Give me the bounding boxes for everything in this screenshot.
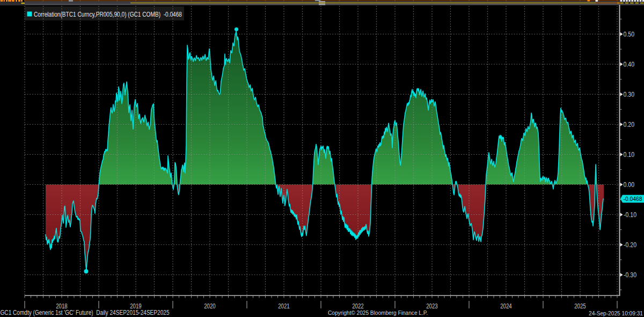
svg-text:2025: 2025 [574,302,586,310]
svg-text:2020: 2020 [204,302,216,310]
svg-text:2021: 2021 [278,302,290,310]
svg-text:2022: 2022 [352,302,364,310]
svg-text:0.10: 0.10 [624,151,635,158]
svg-text:Copyright© 2025 Bloomberg Fina: Copyright© 2025 Bloomberg Finance L.P. [328,310,428,316]
svg-text:24-Sep-2025 10:09:31: 24-Sep-2025 10:09:31 [589,309,643,317]
svg-text:2023: 2023 [426,302,438,310]
svg-text:0.20: 0.20 [624,121,635,128]
svg-text:0.50: 0.50 [624,31,635,38]
svg-text:GC1 Comdty (Generic 1st 'GC' F: GC1 Comdty (Generic 1st 'GC' Future) Dai… [1,308,170,316]
svg-text:0.40: 0.40 [624,61,635,68]
svg-text:-0.0468: -0.0468 [624,196,642,202]
svg-text:0.30: 0.30 [624,91,635,98]
svg-text:0.00: 0.00 [624,181,635,189]
svg-text:-0.30: -0.30 [624,271,636,279]
svg-text:-0.20: -0.20 [624,241,636,249]
svg-text:2024: 2024 [500,302,512,310]
svg-text:Correlation(BTC1 Curncy,PR005,: Correlation(BTC1 Curncy,PR005,90,0) (GC1… [34,10,182,18]
svg-text:-0.10: -0.10 [624,211,636,219]
